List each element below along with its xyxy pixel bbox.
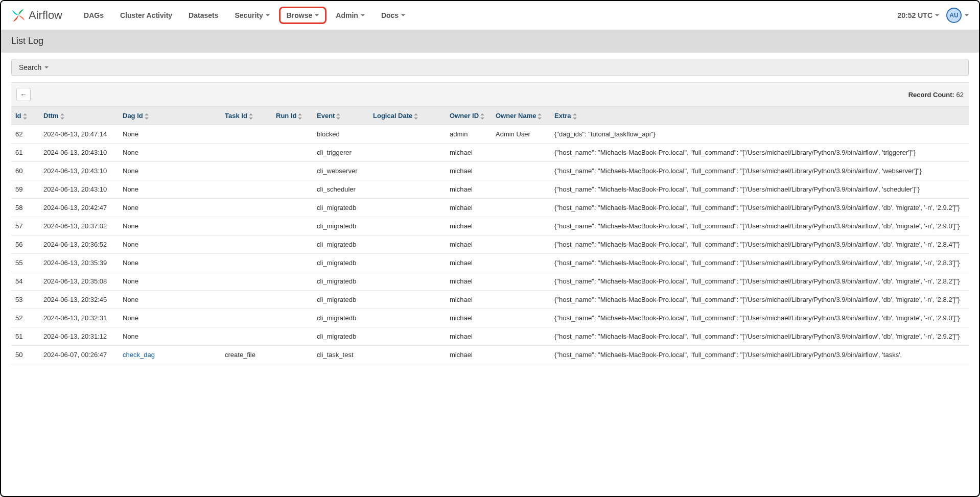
cell-dag-id: None <box>119 125 221 144</box>
col-header-extra[interactable]: Extra <box>550 107 969 125</box>
col-header-dag-id[interactable]: Dag Id <box>119 107 221 125</box>
col-label: Owner Name <box>496 112 536 120</box>
cell-extra: {"host_name": "Michaels-MacBook-Pro.loca… <box>550 291 969 309</box>
cell-owner-name <box>492 291 550 309</box>
cell-run-id <box>272 291 313 309</box>
clock[interactable]: 20:52 UTC <box>898 11 939 19</box>
table-row: 582024-06-13, 20:42:47Nonecli_migratedbm… <box>11 199 969 217</box>
cell-dttm: 2024-06-13, 20:43:10 <box>39 180 119 199</box>
cell-run-id <box>272 180 313 199</box>
cell-extra: {"host_name": "Michaels-MacBook-Pro.loca… <box>550 346 969 364</box>
col-header-owner-id[interactable]: Owner ID <box>446 107 492 125</box>
caret-icon <box>361 14 365 16</box>
table-body: 622024-06-13, 20:47:14NoneblockedadminAd… <box>11 125 969 364</box>
cell-owner-name <box>492 162 550 180</box>
back-button[interactable]: ← <box>16 88 31 101</box>
cell-extra: {"host_name": "Michaels-MacBook-Pro.loca… <box>550 327 969 346</box>
cell-run-id <box>272 162 313 180</box>
cell-run-id <box>272 199 313 217</box>
nav-item-dags[interactable]: DAGs <box>77 7 111 23</box>
avatar: AU <box>946 8 962 23</box>
sort-icon <box>414 113 418 120</box>
cell-owner-name <box>492 180 550 199</box>
cell-dag-id[interactable]: check_dag <box>119 346 221 364</box>
search-label: Search <box>19 63 41 72</box>
search-dropdown[interactable]: Search <box>11 59 969 76</box>
sort-icon <box>573 113 577 120</box>
sort-icon <box>298 113 302 120</box>
cell-owner-name <box>492 217 550 235</box>
cell-dag-id: None <box>119 162 221 180</box>
cell-logical-date <box>369 254 446 272</box>
cell-dag-id: None <box>119 217 221 235</box>
col-header-logical-date[interactable]: Logical Date <box>369 107 446 125</box>
cell-run-id <box>272 217 313 235</box>
cell-logical-date <box>369 309 446 327</box>
record-count: Record Count: 62 <box>908 91 964 99</box>
cell-owner-name <box>492 327 550 346</box>
col-label: Run Id <box>276 112 296 120</box>
col-header-id[interactable]: Id <box>11 107 39 125</box>
cell-dag-id: None <box>119 235 221 254</box>
cell-task-id <box>221 327 272 346</box>
cell-task-id <box>221 254 272 272</box>
cell-dag-id: None <box>119 309 221 327</box>
cell-owner-name <box>492 309 550 327</box>
cell-owner-name <box>492 144 550 162</box>
cell-event: cli_webserver <box>313 162 369 180</box>
nav-item-browse[interactable]: Browse <box>279 7 327 24</box>
cell-dttm: 2024-06-13, 20:32:45 <box>39 291 119 309</box>
cell-id: 53 <box>11 291 39 309</box>
col-header-task-id[interactable]: Task Id <box>221 107 272 125</box>
nav-item-datasets[interactable]: Datasets <box>181 7 225 23</box>
cell-logical-date <box>369 272 446 291</box>
cell-event: cli_task_test <box>313 346 369 364</box>
cell-owner-name <box>492 199 550 217</box>
cell-owner-id: michael <box>446 217 492 235</box>
cell-event: cli_migratedb <box>313 291 369 309</box>
cell-dttm: 2024-06-13, 20:43:10 <box>39 162 119 180</box>
table-row: 622024-06-13, 20:47:14NoneblockedadminAd… <box>11 125 969 144</box>
cell-dag-id: None <box>119 291 221 309</box>
cell-id: 59 <box>11 180 39 199</box>
nav-item-label: Admin <box>336 11 358 19</box>
table-head: Id Dttm Dag Id Task Id Run Id Event Logi… <box>11 107 969 125</box>
table-row: 612024-06-13, 20:43:10Nonecli_triggererm… <box>11 144 969 162</box>
table-row: 532024-06-13, 20:32:45Nonecli_migratedbm… <box>11 291 969 309</box>
cell-owner-id: michael <box>446 180 492 199</box>
cell-dttm: 2024-06-13, 20:36:52 <box>39 235 119 254</box>
cell-dag-id: None <box>119 180 221 199</box>
user-menu[interactable]: AU <box>946 8 969 23</box>
cell-dttm: 2024-06-13, 20:47:14 <box>39 125 119 144</box>
nav-item-docs[interactable]: Docs <box>374 7 412 23</box>
sort-icon <box>145 113 149 120</box>
cell-event: cli_migratedb <box>313 235 369 254</box>
cell-extra: {"host_name": "Michaels-MacBook-Pro.loca… <box>550 144 969 162</box>
col-label: Id <box>15 112 21 120</box>
cell-dag-id: None <box>119 199 221 217</box>
col-header-owner-name[interactable]: Owner Name <box>492 107 550 125</box>
col-header-event[interactable]: Event <box>313 107 369 125</box>
cell-extra: {"host_name": "Michaels-MacBook-Pro.loca… <box>550 199 969 217</box>
cell-owner-id: michael <box>446 162 492 180</box>
caret-icon <box>965 14 969 16</box>
table-row: 542024-06-13, 20:35:08Nonecli_migratedbm… <box>11 272 969 291</box>
cell-dttm: 2024-06-13, 20:35:08 <box>39 272 119 291</box>
nav-item-cluster-activity[interactable]: Cluster Activity <box>113 7 179 23</box>
nav-item-label: Security <box>235 11 263 19</box>
col-header-run-id[interactable]: Run Id <box>272 107 313 125</box>
nav-item-admin[interactable]: Admin <box>329 7 372 23</box>
cell-task-id <box>221 162 272 180</box>
cell-event: blocked <box>313 125 369 144</box>
navbar-nav: DAGsCluster ActivityDatasetsSecurityBrow… <box>77 7 412 24</box>
caret-icon <box>266 14 270 16</box>
cell-id: 56 <box>11 235 39 254</box>
cell-logical-date <box>369 199 446 217</box>
cell-owner-id: michael <box>446 254 492 272</box>
nav-item-security[interactable]: Security <box>227 7 276 23</box>
brand-link[interactable]: Airflow <box>11 8 62 22</box>
table-row: 552024-06-13, 20:35:39Nonecli_migratedbm… <box>11 254 969 272</box>
cell-owner-id: admin <box>446 125 492 144</box>
col-header-dttm[interactable]: Dttm <box>39 107 119 125</box>
table-row: 502024-06-07, 00:26:47check_dagcreate_fi… <box>11 346 969 364</box>
